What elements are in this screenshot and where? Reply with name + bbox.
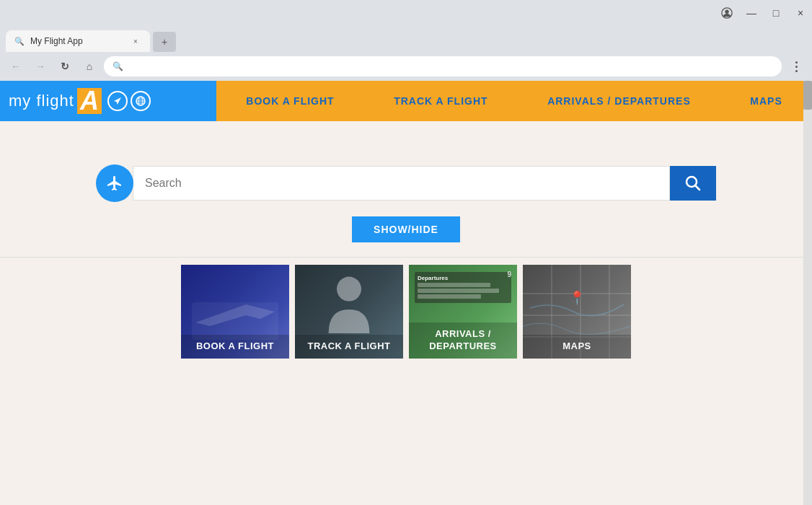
- home-button[interactable]: ⌂: [79, 56, 100, 76]
- card-arrivals-departures[interactable]: Departures 9 ARRIVALS / DEPARTURES: [409, 265, 517, 359]
- app-header: my flight A BOOK A FLIGHT TRACK A FLI: [0, 81, 812, 121]
- svg-point-1: [725, 10, 728, 14]
- card-book-flight[interactable]: BOOK A FLIGHT: [181, 265, 289, 359]
- card-track-flight[interactable]: TRACK A FLIGHT: [295, 265, 403, 359]
- search-section: [81, 164, 731, 202]
- minimize-button[interactable]: —: [746, 7, 757, 19]
- logo-globe-icon: [131, 91, 151, 111]
- nav-menu: BOOK A FLIGHT TRACK A FLIGHT ARRIVALS / …: [216, 89, 812, 113]
- tab-bar: 🔍 My Flight App × +: [0, 26, 812, 52]
- nav-book-flight[interactable]: BOOK A FLIGHT: [234, 89, 345, 113]
- profile-icon[interactable]: [721, 7, 733, 19]
- search-icon: [685, 175, 701, 191]
- browser-menu-button[interactable]: [786, 56, 806, 76]
- address-search-icon: 🔍: [112, 61, 123, 71]
- back-button[interactable]: ←: [6, 56, 26, 76]
- departures-board: Departures: [415, 272, 511, 303]
- nav-arrivals-departures[interactable]: ARRIVALS / DEPARTURES: [536, 89, 702, 113]
- new-tab-button[interactable]: +: [153, 32, 176, 52]
- tab-favicon: 🔍: [14, 37, 25, 46]
- active-tab[interactable]: 🔍 My Flight App ×: [6, 30, 150, 52]
- browser-chrome: — □ × 🔍 My Flight App × + ← → ↻: [0, 0, 812, 81]
- tab-title: My Flight App: [30, 36, 83, 46]
- address-bar[interactable]: 🔍: [104, 56, 782, 76]
- show-hide-section: SHOW/HIDE: [0, 216, 812, 242]
- forward-button[interactable]: →: [30, 56, 50, 76]
- window-controls: — □ ×: [721, 7, 806, 19]
- svg-point-9: [337, 277, 361, 302]
- address-bar-row: ← → ↻ ⌂ 🔍: [0, 52, 812, 81]
- cards-section: BOOK A FLIGHT TRACK A FLIGHT: [0, 265, 812, 359]
- nav-track-flight[interactable]: TRACK A FLIGHT: [382, 89, 499, 113]
- main-content: SHOW/HIDE BOOK A FLIGHT: [0, 121, 812, 410]
- separator: [0, 257, 812, 258]
- card-label-arrivals: ARRIVALS / DEPARTURES: [409, 322, 517, 359]
- maximize-button[interactable]: □: [770, 7, 782, 19]
- close-window-button[interactable]: ×: [795, 7, 806, 19]
- address-input[interactable]: [128, 61, 773, 72]
- title-bar: — □ ×: [0, 0, 812, 26]
- show-hide-button[interactable]: SHOW/HIDE: [352, 216, 460, 242]
- card-label-book: BOOK A FLIGHT: [181, 335, 289, 359]
- card-maps[interactable]: 📍 MAPS: [523, 265, 631, 359]
- tab-close-button[interactable]: ×: [130, 35, 141, 47]
- search-button[interactable]: [670, 166, 716, 201]
- logo-plane-icon: [107, 91, 128, 111]
- search-input-wrapper: [133, 166, 670, 201]
- logo-letter-a: A: [77, 88, 102, 114]
- svg-line-8: [695, 185, 700, 190]
- card-label-track: TRACK A FLIGHT: [295, 335, 403, 359]
- scrollbar[interactable]: [803, 81, 812, 505]
- logo-area: my flight A: [0, 81, 216, 121]
- logo-text: my flight: [9, 92, 74, 110]
- scrollbar-thumb[interactable]: [803, 81, 812, 110]
- search-plane-icon: [96, 164, 133, 202]
- nav-maps[interactable]: MAPS: [738, 89, 793, 113]
- reload-button[interactable]: ↻: [55, 56, 75, 76]
- search-input[interactable]: [145, 177, 658, 190]
- card-label-maps: MAPS: [523, 335, 631, 359]
